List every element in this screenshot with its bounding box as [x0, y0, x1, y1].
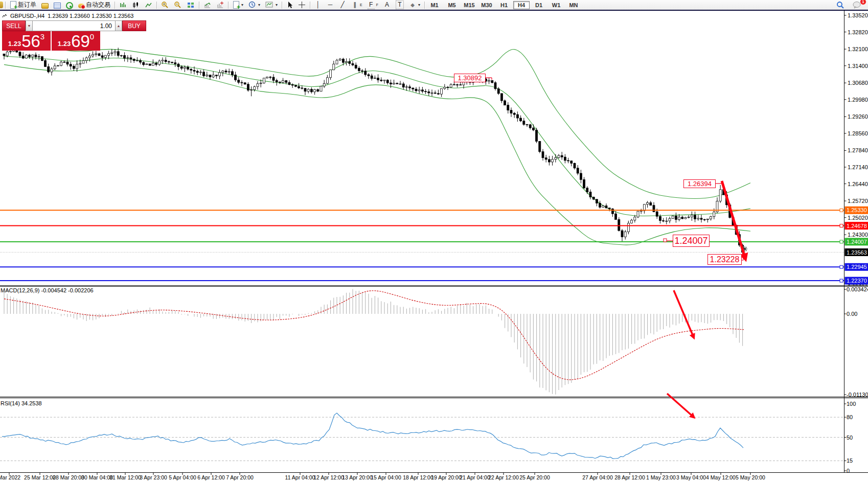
red-trend-arrow[interactable]	[674, 290, 694, 337]
channel-tool[interactable]: ∥E	[349, 0, 365, 10]
buy-price-base: 1.23	[58, 38, 71, 50]
red-trend-arrow[interactable]	[722, 181, 745, 259]
trendline-icon: ╱	[339, 1, 346, 9]
bollinger-upper-line	[4, 47, 750, 199]
timeframe-M1[interactable]: M1	[426, 1, 443, 9]
hline-handle[interactable]	[840, 240, 843, 243]
rsi-tick-label: 80	[847, 414, 853, 420]
label-tool[interactable]: T	[393, 0, 406, 10]
fibonacci-tool[interactable]: FF	[365, 0, 381, 10]
price-axis: 1.335201.328201.321001.314001.306801.299…	[844, 12, 868, 474]
toolbar-separator	[310, 2, 310, 9]
sell-price-display[interactable]: 1.23563	[2, 31, 51, 51]
price-annotation-label[interactable]: 1.26394	[683, 179, 716, 188]
symbol-info: GBPUSD-,H4 1.23639 1.23660 1.23530 1.235…	[2, 13, 133, 19]
template-button[interactable]: ▾	[263, 0, 280, 10]
price-annotation-label[interactable]: 1.24007	[673, 235, 710, 247]
crosshair-tool-button[interactable]	[295, 0, 308, 10]
macd-panel	[4, 289, 744, 395]
text-tool[interactable]: A	[381, 0, 393, 10]
toolbar-separator	[228, 2, 229, 9]
hline-handle[interactable]	[840, 224, 843, 227]
volume-increase-button[interactable]: ▲	[115, 20, 122, 31]
trend-arrows[interactable]	[667, 181, 745, 417]
rsi-tick-label: 50	[847, 434, 853, 441]
annotation-handle[interactable]	[664, 239, 667, 242]
time-axis-label: 12 Apr 12:00	[313, 474, 344, 480]
time-axis-label: 7 Apr 20:00	[226, 474, 254, 480]
buy-price-point: 0	[90, 33, 94, 40]
chart-canvas[interactable]: 1.335201.328201.321001.314001.306801.299…	[0, 0, 868, 481]
time-axis-label: 15 Apr 04:00	[371, 474, 401, 480]
horizontal-line-tool[interactable]: ─	[324, 0, 336, 10]
timeframe-MN[interactable]: MN	[565, 1, 582, 9]
buy-button[interactable]: BUY	[122, 20, 146, 31]
sell-price-pips: 56	[21, 33, 40, 50]
horizontal-line-icon: ─	[327, 1, 334, 9]
arrows-tool[interactable]: ◆▾	[406, 0, 423, 10]
add-indicator-icon	[233, 1, 239, 9]
search-icon	[836, 1, 844, 9]
toolbar-separator	[5, 2, 6, 9]
macd-indicator-label: MACD(12,26,9) -0.004542 -0.002206	[1, 287, 94, 293]
chevron-down-icon: ▾	[258, 3, 260, 7]
mt4-window: 新订单 自动交易 ▾ ▾ ▾ │ ─ ╱ ∥E FF A T ◆▾	[0, 0, 868, 481]
timeframe-M5[interactable]: M5	[444, 1, 460, 9]
sell-button[interactable]: SELL	[2, 20, 26, 31]
cursor-tool-button[interactable]	[284, 0, 295, 10]
sell-price-base: 1.23	[8, 38, 21, 50]
price-level-label: 1.24007	[847, 239, 867, 245]
time-axis-label: 28 Mar 20:00	[53, 474, 84, 480]
rsi-tick-label: 15	[847, 457, 853, 464]
line-chart-mode-button[interactable]	[142, 0, 155, 10]
volume-input[interactable]	[33, 20, 115, 31]
period-button[interactable]: ▾	[246, 0, 263, 10]
time-axis-label: 27 Apr 04:00	[582, 474, 613, 480]
candlestick-mode-button[interactable]	[129, 0, 142, 10]
notification-badge: 1	[860, 0, 866, 5]
macd-tick-label: -0.011307	[847, 392, 868, 398]
signals-button[interactable]	[63, 0, 76, 10]
timeframe-M15[interactable]: M15	[461, 1, 477, 9]
price-annotation-label[interactable]: 1.23228	[707, 254, 742, 265]
time-axis-label: 25 Mar 12:00	[24, 474, 56, 480]
indicators-button[interactable]	[201, 0, 214, 10]
time-axis-label: 21 Apr 04:00	[460, 474, 490, 480]
price-annotation-label[interactable]: 1.30892	[454, 74, 486, 82]
trendline-tool[interactable]: ╱	[336, 0, 349, 10]
auto-trading-button[interactable]: 自动交易	[76, 0, 113, 10]
notifications-button[interactable]: 1	[850, 0, 864, 10]
timeframe-H1[interactable]: H1	[496, 1, 512, 9]
timeframe-M30[interactable]: M30	[478, 1, 495, 9]
toolbar-separator	[424, 2, 425, 9]
bar-chart-mode-button[interactable]	[117, 0, 129, 10]
price-tick-label: 1.25020	[848, 215, 868, 221]
add-indicator-button[interactable]: ▾	[230, 0, 246, 10]
rsi-indicator-label: RSI(14) 34.2538	[1, 400, 42, 406]
hline-handle[interactable]	[840, 265, 843, 268]
buy-price-pips: 69	[71, 33, 90, 50]
candlestick-icon	[132, 2, 140, 9]
signal-icon	[66, 2, 73, 9]
zoom-in-button[interactable]	[158, 0, 171, 10]
hline-handle[interactable]	[840, 209, 843, 212]
time-axis-label: 3 May 04:00	[676, 474, 706, 480]
market-watch-icon	[41, 3, 49, 9]
indicator-window-icon	[216, 2, 224, 9]
buy-price-display[interactable]: 1.23690	[52, 31, 100, 51]
new-order-button[interactable]: 新订单	[7, 0, 39, 10]
volume-decrease-button[interactable]: ▼	[26, 20, 33, 31]
timeframe-W1[interactable]: W1	[548, 1, 564, 9]
hline-handle[interactable]	[840, 279, 843, 282]
vertical-line-tool[interactable]: │	[312, 0, 324, 10]
indicator-window-button[interactable]	[214, 0, 226, 10]
rsi-tick-label: 100	[847, 401, 856, 407]
tile-windows-button[interactable]	[184, 0, 197, 10]
timeframe-D1[interactable]: D1	[531, 1, 547, 9]
timeframe-H4[interactable]: H4	[513, 1, 530, 9]
market-watch-button[interactable]	[39, 0, 51, 10]
search-button[interactable]	[834, 0, 847, 10]
horizontal-level-lines[interactable]	[0, 209, 844, 282]
zoom-out-button[interactable]	[171, 0, 184, 10]
data-window-button[interactable]	[51, 0, 63, 10]
